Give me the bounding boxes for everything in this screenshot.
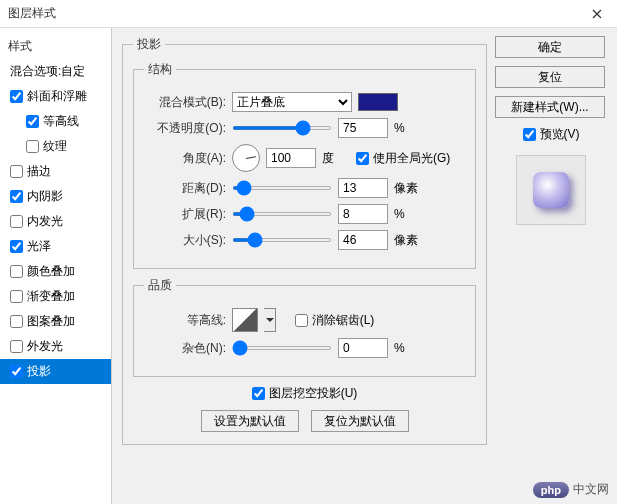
preview-label: 预览(V) [540,126,580,143]
sidebar-item-label: 等高线 [43,113,79,130]
sidebar-item-inner-glow[interactable]: 内发光 [0,209,111,234]
sidebar-item-inner-shadow[interactable]: 内阴影 [0,184,111,209]
opacity-slider[interactable] [232,126,332,130]
gradient-overlay-checkbox[interactable] [10,290,23,303]
sidebar-item-drop-shadow[interactable]: 投影 [0,359,111,384]
reset-button[interactable]: 复位 [495,66,605,88]
contour-dropdown[interactable] [264,308,276,332]
antialias-check[interactable]: 消除锯齿(L) [295,312,375,329]
sidebar-item-pattern-overlay[interactable]: 图案叠加 [0,309,111,334]
sidebar-item-contour[interactable]: 等高线 [0,109,111,134]
preview-checkbox[interactable] [523,128,536,141]
blending-options-label: 混合选项:自定 [10,63,85,80]
knockout-checkbox[interactable] [252,387,265,400]
sidebar-item-stroke[interactable]: 描边 [0,159,111,184]
distance-input[interactable] [338,178,388,198]
close-button[interactable] [577,0,617,28]
sidebar-item-texture[interactable]: 纹理 [0,134,111,159]
blend-mode-select[interactable]: 正片叠底 [232,92,352,112]
opacity-row: 不透明度(O): % [144,118,465,138]
size-label: 大小(S): [144,232,226,249]
size-unit: 像素 [394,232,422,249]
outer-glow-checkbox[interactable] [10,340,23,353]
preview-check[interactable]: 预览(V) [495,126,607,143]
opacity-input[interactable] [338,118,388,138]
sidebar-item-label: 内阴影 [27,188,63,205]
drop-shadow-checkbox[interactable] [10,365,23,378]
sidebar-item-bevel[interactable]: 斜面和浮雕 [0,84,111,109]
quality-fieldset: 品质 等高线: 消除锯齿(L) 杂色(N): % [133,277,476,377]
knockout-label: 图层挖空投影(U) [269,385,358,402]
size-input[interactable] [338,230,388,250]
noise-input[interactable] [338,338,388,358]
stroke-checkbox[interactable] [10,165,23,178]
size-row: 大小(S): 像素 [144,230,465,250]
noise-label: 杂色(N): [144,340,226,357]
spread-label: 扩展(R): [144,206,226,223]
spread-row: 扩展(R): % [144,204,465,224]
knockout-row: 图层挖空投影(U) [133,385,476,402]
contour-checkbox[interactable] [26,115,39,128]
size-slider[interactable] [232,238,332,242]
sidebar-item-label: 内发光 [27,213,63,230]
global-light-checkbox[interactable] [356,152,369,165]
noise-row: 杂色(N): % [144,338,465,358]
texture-checkbox[interactable] [26,140,39,153]
angle-unit: 度 [322,150,350,167]
antialias-label: 消除锯齿(L) [312,312,375,329]
antialias-checkbox[interactable] [295,314,308,327]
sidebar-heading: 样式 [0,34,111,59]
structure-fieldset: 结构 混合模式(B): 正片叠底 不透明度(O): % 角度(A): [133,61,476,269]
spread-input[interactable] [338,204,388,224]
window-title: 图层样式 [8,5,56,22]
global-light-check[interactable]: 使用全局光(G) [356,150,450,167]
angle-dial[interactable] [232,144,260,172]
contour-swatch[interactable] [232,308,258,332]
opacity-unit: % [394,121,422,135]
sidebar-item-gradient-overlay[interactable]: 渐变叠加 [0,284,111,309]
structure-legend: 结构 [144,61,176,78]
titlebar: 图层样式 [0,0,617,28]
color-overlay-checkbox[interactable] [10,265,23,278]
quality-legend: 品质 [144,277,176,294]
pattern-overlay-checkbox[interactable] [10,315,23,328]
noise-slider[interactable] [232,346,332,350]
satin-checkbox[interactable] [10,240,23,253]
inner-glow-checkbox[interactable] [10,215,23,228]
drop-shadow-fieldset: 投影 结构 混合模式(B): 正片叠底 不透明度(O): % [122,36,487,445]
global-light-label: 使用全局光(G) [373,150,450,167]
distance-slider[interactable] [232,186,332,190]
contour-label: 等高线: [144,312,226,329]
angle-label: 角度(A): [144,150,226,167]
spread-slider[interactable] [232,212,332,216]
sidebar-item-label: 描边 [27,163,51,180]
angle-row: 角度(A): 度 使用全局光(G) [144,144,465,172]
blend-mode-row: 混合模式(B): 正片叠底 [144,92,465,112]
inner-shadow-checkbox[interactable] [10,190,23,203]
sidebar-item-satin[interactable]: 光泽 [0,234,111,259]
preview-box [516,155,586,225]
bevel-checkbox[interactable] [10,90,23,103]
sidebar-item-label: 外发光 [27,338,63,355]
blending-options-row[interactable]: 混合选项:自定 [0,59,111,84]
shadow-color-swatch[interactable] [358,93,398,111]
dialog-body: 样式 混合选项:自定 斜面和浮雕 等高线 纹理 描边 内阴影 内发光 光泽 颜色… [0,28,617,504]
angle-input[interactable] [266,148,316,168]
default-buttons-row: 设置为默认值 复位为默认值 [133,410,476,432]
watermark-text: 中文网 [573,481,609,498]
chevron-down-icon [266,318,274,322]
sidebar-item-outer-glow[interactable]: 外发光 [0,334,111,359]
right-panel: 确定 复位 新建样式(W)... 预览(V) [487,36,607,496]
new-style-button[interactable]: 新建样式(W)... [495,96,605,118]
blend-mode-label: 混合模式(B): [144,94,226,111]
sidebar-item-label: 图案叠加 [27,313,75,330]
reset-default-button[interactable]: 复位为默认值 [311,410,409,432]
knockout-check[interactable]: 图层挖空投影(U) [252,385,358,402]
sidebar-item-color-overlay[interactable]: 颜色叠加 [0,259,111,284]
sidebar-item-label: 斜面和浮雕 [27,88,87,105]
ok-button[interactable]: 确定 [495,36,605,58]
sidebar-item-label: 光泽 [27,238,51,255]
make-default-button[interactable]: 设置为默认值 [201,410,299,432]
sidebar-item-label: 纹理 [43,138,67,155]
noise-unit: % [394,341,422,355]
